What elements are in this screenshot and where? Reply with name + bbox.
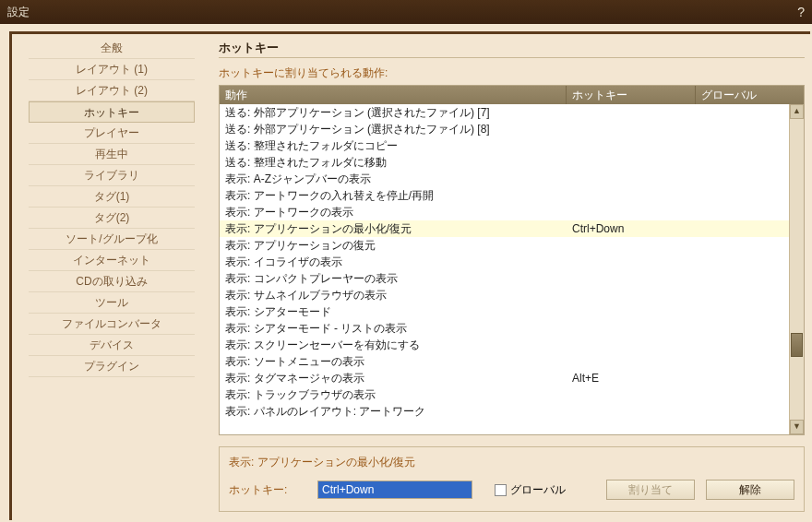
cell-action: 表示: シアターモード (220, 303, 567, 320)
table-row[interactable]: 表示: シアターモード - リストの表示 (220, 320, 789, 337)
section-title: ホットキー (219, 38, 805, 58)
cell-hotkey (567, 320, 696, 337)
sidebar: 全般レイアウト (1)レイアウト (2)ホットキープレイヤー再生中ライブラリタグ… (29, 38, 195, 377)
clear-button[interactable]: 解除 (706, 480, 794, 500)
sidebar-item[interactable]: タグ(2) (29, 208, 195, 229)
cell-action: 表示: アートワークの入れ替えを停止/再開 (220, 187, 567, 204)
cell-action: 送る: 外部アプリケーション (選択されたファイル) [8] (220, 121, 567, 137)
table-body: 送る: 外部アプリケーション (選択されたファイル) [7]送る: 外部アプリケ… (220, 104, 789, 434)
cell-global (696, 320, 789, 337)
cell-hotkey (567, 254, 696, 270)
sidebar-item[interactable]: プラグイン (29, 356, 195, 377)
table-header: 動作 ホットキー グローバル (220, 86, 804, 104)
cell-hotkey (567, 386, 696, 403)
cell-global (696, 403, 789, 420)
hotkey-input[interactable] (317, 480, 472, 499)
col-action[interactable]: 動作 (220, 86, 567, 104)
sidebar-item[interactable]: プレイヤー (29, 123, 195, 144)
window-title: 設定 (7, 5, 30, 20)
table-row[interactable]: 表示: シアターモード (220, 303, 789, 320)
scroll-up-icon[interactable]: ▲ (790, 104, 804, 119)
sidebar-item[interactable]: レイアウト (2) (29, 80, 195, 101)
scroll-thumb[interactable] (791, 333, 803, 357)
cell-global (696, 353, 789, 370)
cell-global (696, 303, 789, 320)
table-row[interactable]: 表示: タグマネージャの表示Alt+E (220, 370, 789, 386)
cell-global (696, 154, 789, 171)
help-icon[interactable]: ? (797, 5, 805, 19)
cell-global (696, 237, 789, 254)
table-row[interactable]: 表示: サムネイルブラウザの表示 (220, 287, 789, 303)
cell-hotkey (567, 303, 696, 320)
cell-action: 送る: 整理されたフォルダにコピー (220, 137, 567, 154)
cell-global (696, 337, 789, 353)
table-row[interactable]: 表示: イコライザの表示 (220, 254, 789, 270)
sidebar-item[interactable]: ツール (29, 292, 195, 314)
table-row[interactable]: 表示: パネルのレイアウト: アートワーク (220, 403, 789, 420)
sidebar-item[interactable]: タグ(1) (29, 186, 195, 208)
hotkey-label: ホットキー: (229, 482, 317, 498)
table-row[interactable]: 表示: A-Zジャンプバーの表示 (220, 171, 789, 187)
cell-hotkey: Ctrl+Down (567, 220, 696, 237)
cell-global (696, 287, 789, 303)
table-row[interactable]: 表示: アプリケーションの最小化/復元Ctrl+Down (220, 220, 789, 237)
sidebar-item[interactable]: ソート/グループ化 (29, 229, 195, 250)
cell-action: 表示: A-Zジャンプバーの表示 (220, 171, 567, 187)
cell-hotkey (567, 104, 696, 121)
cell-hotkey (567, 270, 696, 287)
cell-hotkey (567, 171, 696, 187)
table-row[interactable]: 表示: アートワークの表示 (220, 204, 789, 220)
cell-action: 表示: アプリケーションの復元 (220, 237, 567, 254)
table-row[interactable]: 表示: スクリーンセーバーを有効にする (220, 337, 789, 353)
cell-hotkey (567, 137, 696, 154)
cell-hotkey (567, 403, 696, 420)
col-hotkey[interactable]: ホットキー (567, 86, 696, 104)
cell-hotkey (567, 154, 696, 171)
global-checkbox[interactable] (495, 484, 507, 496)
hotkey-table: 動作 ホットキー グローバル 送る: 外部アプリケーション (選択されたファイル… (219, 85, 805, 435)
table-row[interactable]: 送る: 外部アプリケーション (選択されたファイル) [8] (220, 121, 789, 137)
table-row[interactable]: 表示: アプリケーションの復元 (220, 237, 789, 254)
table-row[interactable]: 送る: 整理されたフォルダにコピー (220, 137, 789, 154)
table-row[interactable]: 表示: ソートメニューの表示 (220, 353, 789, 370)
cell-hotkey (567, 121, 696, 137)
assign-button[interactable]: 割り当て (606, 480, 695, 500)
section-subtitle: ホットキーに割り当てられる動作: (219, 65, 805, 81)
cell-action: 表示: アートワークの表示 (220, 204, 567, 220)
sidebar-item[interactable]: CDの取り込み (29, 271, 195, 292)
scroll-down-icon[interactable]: ▼ (790, 420, 804, 434)
sidebar-item[interactable]: ライブラリ (29, 165, 195, 186)
cell-global (696, 171, 789, 187)
sidebar-item[interactable]: 全般 (29, 38, 195, 59)
scrollbar[interactable]: ▲ ▼ (789, 104, 804, 434)
content-panel: ホットキー ホットキーに割り当てられる動作: 動作 ホットキー グローバル 送る… (219, 38, 805, 516)
cell-hotkey (567, 287, 696, 303)
sidebar-item[interactable]: ホットキー (29, 101, 195, 123)
sidebar-item[interactable]: 再生中 (29, 144, 195, 165)
cell-global (696, 220, 789, 237)
sidebar-item[interactable]: レイアウト (1) (29, 59, 195, 80)
cell-global (696, 370, 789, 386)
cell-action: 表示: タグマネージャの表示 (220, 370, 567, 386)
sidebar-item[interactable]: デバイス (29, 335, 195, 356)
cell-global (696, 386, 789, 403)
cell-hotkey (567, 353, 696, 370)
title-bar: 設定 ? (0, 0, 812, 24)
cell-action: 表示: サムネイルブラウザの表示 (220, 287, 567, 303)
table-row[interactable]: 送る: 外部アプリケーション (選択されたファイル) [7] (220, 104, 789, 121)
table-row[interactable]: 表示: トラックブラウザの表示 (220, 386, 789, 403)
table-row[interactable]: 表示: コンパクトプレーヤーの表示 (220, 270, 789, 287)
cell-action: 表示: ソートメニューの表示 (220, 353, 567, 370)
table-row[interactable]: 送る: 整理されたフォルダに移動 (220, 154, 789, 171)
cell-action: 表示: イコライザの表示 (220, 254, 567, 270)
cell-hotkey: Alt+E (567, 370, 696, 386)
sidebar-item[interactable]: ファイルコンバータ (29, 314, 195, 335)
col-global[interactable]: グローバル (696, 86, 804, 104)
cell-action: 表示: トラックブラウザの表示 (220, 386, 567, 403)
sidebar-item[interactable]: インターネット (29, 250, 195, 271)
table-row[interactable]: 表示: アートワークの入れ替えを停止/再開 (220, 187, 789, 204)
cell-action: 表示: スクリーンセーバーを有効にする (220, 337, 567, 353)
cell-action: 表示: シアターモード - リストの表示 (220, 320, 567, 337)
cell-hotkey (567, 237, 696, 254)
cell-hotkey (567, 204, 696, 220)
